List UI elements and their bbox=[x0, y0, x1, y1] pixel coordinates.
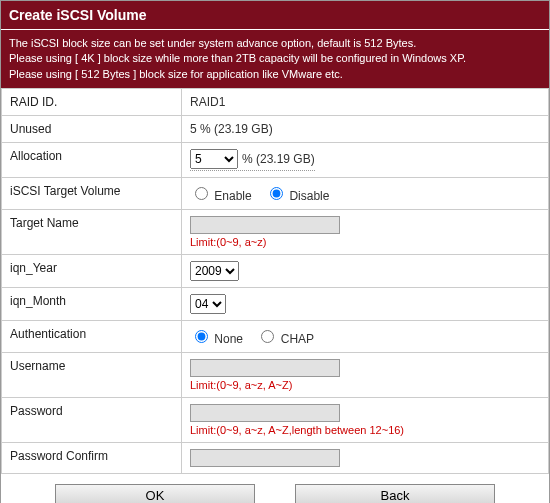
label-iqn-month: iqn_Month bbox=[2, 288, 182, 321]
label-password-confirm: Password Confirm bbox=[2, 443, 182, 474]
value-unused: 5 % (23.19 GB) bbox=[182, 116, 549, 143]
allocation-suffix: % (23.19 GB) bbox=[242, 152, 315, 166]
target-volume-enable[interactable]: Enable bbox=[190, 189, 255, 203]
label-target-volume: iSCSI Target Volume bbox=[2, 178, 182, 210]
info-line-2: Please using [ 4K ] block size while mor… bbox=[9, 52, 466, 64]
auth-none-text: None bbox=[214, 332, 243, 346]
value-raid-id: RAID1 bbox=[182, 89, 549, 116]
password-input[interactable] bbox=[190, 404, 340, 422]
label-raid-id: RAID ID. bbox=[2, 89, 182, 116]
username-input[interactable] bbox=[190, 359, 340, 377]
target-name-input[interactable] bbox=[190, 216, 340, 234]
label-allocation: Allocation bbox=[2, 143, 182, 178]
form-table: RAID ID. RAID1 Unused 5 % (23.19 GB) All… bbox=[1, 88, 549, 474]
label-target-name: Target Name bbox=[2, 210, 182, 255]
label-password: Password bbox=[2, 398, 182, 443]
allocation-select[interactable]: 5 bbox=[190, 149, 238, 169]
auth-none[interactable]: None bbox=[190, 332, 246, 346]
auth-chap-text: CHAP bbox=[281, 332, 314, 346]
back-button[interactable]: Back bbox=[295, 484, 495, 503]
iqn-month-select[interactable]: 04 bbox=[190, 294, 226, 314]
ok-button[interactable]: OK bbox=[55, 484, 255, 503]
label-username: Username bbox=[2, 353, 182, 398]
auth-chap-radio[interactable] bbox=[261, 330, 274, 343]
label-authentication: Authentication bbox=[2, 321, 182, 353]
auth-chap[interactable]: CHAP bbox=[256, 332, 314, 346]
button-row: OK Back bbox=[1, 474, 549, 503]
target-volume-disable[interactable]: Disable bbox=[265, 189, 329, 203]
target-volume-disable-radio[interactable] bbox=[270, 187, 283, 200]
hint-username: Limit:(0~9, a~z, A~Z) bbox=[190, 379, 540, 391]
target-volume-disable-text: Disable bbox=[289, 189, 329, 203]
hint-target-name: Limit:(0~9, a~z) bbox=[190, 236, 540, 248]
iscsi-create-panel: Create iSCSI Volume The iSCSI block size… bbox=[0, 0, 550, 503]
info-line-3: Please using [ 512 Bytes ] block size fo… bbox=[9, 68, 343, 80]
label-iqn-year: iqn_Year bbox=[2, 255, 182, 288]
hint-password: Limit:(0~9, a~z, A~Z,length between 12~1… bbox=[190, 424, 540, 436]
auth-none-radio[interactable] bbox=[195, 330, 208, 343]
password-confirm-input[interactable] bbox=[190, 449, 340, 467]
info-line-1: The iSCSI block size can be set under sy… bbox=[9, 37, 416, 49]
panel-title: Create iSCSI Volume bbox=[1, 1, 549, 29]
target-volume-enable-radio[interactable] bbox=[195, 187, 208, 200]
iqn-year-select[interactable]: 2009 bbox=[190, 261, 239, 281]
label-unused: Unused bbox=[2, 116, 182, 143]
info-banner: The iSCSI block size can be set under sy… bbox=[1, 29, 549, 88]
target-volume-enable-text: Enable bbox=[214, 189, 251, 203]
